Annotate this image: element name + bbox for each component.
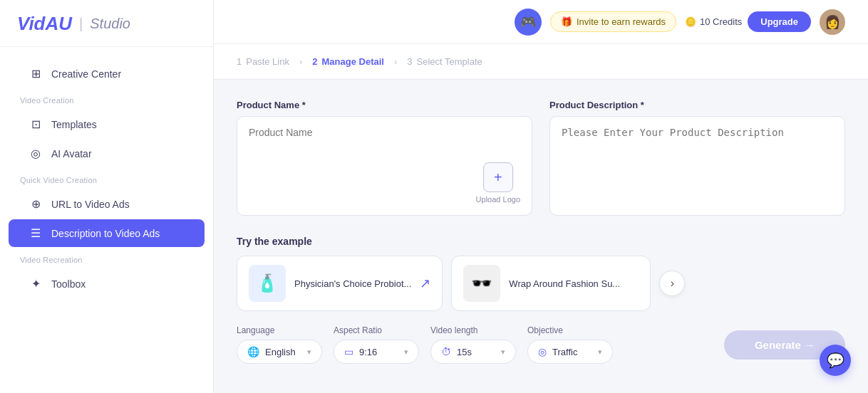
step2-number: 2 (312, 56, 317, 67)
toolbox-icon: ✦ (29, 277, 43, 290)
example-card-text-fashion: Wrap Around Fashion Su... (509, 278, 639, 289)
product-name-input[interactable] (237, 117, 532, 148)
chat-bubble-button[interactable]: 💬 (820, 345, 851, 376)
product-desc-group: Product Description * (549, 100, 845, 219)
credits-coin-icon: 🪙 (685, 16, 696, 27)
aspect-ratio-icon: ▭ (344, 346, 353, 357)
example-card-probiotic[interactable]: 🧴 Physician's Choice Probiot... ↗ (237, 256, 443, 311)
example-card-img-fashion: 🕶️ (463, 265, 500, 302)
objective-label: Objective (527, 325, 613, 335)
step-arrow-2: › (394, 56, 397, 67)
objective-icon: ◎ (538, 346, 547, 357)
chat-icon: 💬 (827, 352, 844, 369)
credits-area: 🪙 10 Credits Upgrade (685, 11, 811, 32)
step-arrow-1: › (299, 56, 302, 67)
templates-icon: ⊡ (29, 117, 43, 131)
product-name-label: Product Name * (237, 100, 532, 110)
objective-chevron: ▾ (598, 347, 602, 357)
rewards-label: Invite to earn rewards (577, 16, 666, 27)
content-area: Product Name * + Upload Logo Product Des… (214, 80, 868, 393)
example-next-button[interactable]: › (659, 271, 685, 296)
sidebar-item-templates[interactable]: ⊡ Templates (9, 110, 205, 138)
video-length-value: 15s (457, 347, 472, 357)
sidebar-item-ai-avatar[interactable]: ◎ AI Avatar (9, 140, 205, 167)
upload-logo-button[interactable]: + Upload Logo (476, 162, 520, 204)
studio-text: Studio (90, 16, 130, 32)
step3-number: 3 (407, 56, 412, 67)
product-desc-label: Product Description * (549, 100, 845, 110)
example-card-img-probiotic: 🧴 (249, 265, 286, 302)
step-manage-detail[interactable]: 2 Manage Detail (312, 56, 384, 67)
aspect-ratio-group: Aspect Ratio ▭ 9:16 ▾ (334, 325, 419, 364)
step1-number: 1 (237, 56, 242, 67)
product-name-box: + Upload Logo (237, 116, 532, 216)
discord-button[interactable]: 🎮 (515, 9, 542, 36)
aspect-ratio-select[interactable]: ▭ 9:16 ▾ (334, 340, 419, 364)
sidebar: VidAU | Studio ⊞ Creative Center Video C… (0, 0, 214, 393)
language-label: Language (237, 325, 322, 335)
step2-label: Manage Detail (322, 56, 384, 67)
sidebar-item-label: Creative Center (51, 68, 121, 80)
example-section: Try the example 🧴 Physician's Choice Pro… (237, 236, 845, 311)
video-length-chevron: ▾ (501, 347, 505, 357)
language-select[interactable]: 🌐 English ▾ (237, 340, 322, 364)
video-length-select[interactable]: ⏱ 15s ▾ (430, 340, 516, 364)
logo-area: VidAU | Studio (0, 0, 213, 47)
step3-label: Select Template (417, 56, 482, 67)
video-length-group: Video length ⏱ 15s ▾ (430, 325, 516, 364)
link-icon: ⊕ (29, 197, 43, 211)
example-card-fashion[interactable]: 🕶️ Wrap Around Fashion Su... (451, 256, 651, 311)
desc-icon: ☰ (29, 226, 43, 240)
upload-logo-label: Upload Logo (476, 195, 520, 204)
example-cards: 🧴 Physician's Choice Probiot... ↗ 🕶️ Wra… (237, 256, 845, 311)
controls-row: Language 🌐 English ▾ Aspect Ratio ▭ 9:16… (237, 325, 845, 364)
rewards-icon: 🎁 (561, 16, 572, 27)
grid-icon: ⊞ (29, 67, 43, 80)
avatar-emoji: 👩 (825, 14, 840, 30)
sidebar-item-label: Toolbox (51, 278, 86, 290)
section-label-video-recreation: Video Recreation (0, 248, 213, 268)
discord-icon: 🎮 (520, 14, 536, 30)
sidebar-item-desc-video[interactable]: ☰ Description to Video Ads (9, 219, 205, 247)
upload-icon: + (483, 162, 513, 192)
objective-select[interactable]: ◎ Traffic ▾ (527, 340, 613, 364)
stepper: 1 Paste Link › 2 Manage Detail › 3 Selec… (214, 44, 868, 80)
form-grid: Product Name * + Upload Logo Product Des… (237, 100, 845, 219)
sidebar-item-label: URL to Video Ads (51, 199, 130, 210)
section-label-quick-video: Quick Video Creation (0, 169, 213, 189)
header-right: 🎮 🎁 Invite to earn rewards 🪙 10 Credits … (515, 9, 845, 36)
avatar[interactable]: 👩 (820, 9, 845, 35)
language-icon: 🌐 (247, 346, 259, 357)
example-title: Try the example (237, 236, 845, 247)
language-chevron: ▾ (307, 347, 311, 357)
product-desc-textarea[interactable] (549, 116, 845, 216)
header: 🎮 🎁 Invite to earn rewards 🪙 10 Credits … (214, 0, 868, 44)
language-value: English (265, 347, 296, 357)
step-select-template[interactable]: 3 Select Template (407, 56, 482, 67)
sidebar-item-url-video[interactable]: ⊕ URL to Video Ads (9, 190, 205, 218)
example-card-text-probiotic: Physician's Choice Probiot... (294, 278, 411, 289)
product-name-group: Product Name * + Upload Logo (237, 100, 532, 219)
sidebar-item-toolbox[interactable]: ✦ Toolbox (9, 270, 205, 298)
sidebar-item-label: AI Avatar (51, 148, 92, 159)
aspect-ratio-chevron: ▾ (404, 347, 408, 357)
sidebar-item-creative-center[interactable]: ⊞ Creative Center (9, 60, 205, 88)
logo-divider: | (79, 16, 83, 32)
main-area: 🎮 🎁 Invite to earn rewards 🪙 10 Credits … (214, 0, 868, 393)
upgrade-button[interactable]: Upgrade (748, 11, 811, 32)
avatar-icon: ◎ (29, 147, 43, 160)
sidebar-item-label: Description to Video Ads (51, 228, 160, 239)
rewards-button[interactable]: 🎁 Invite to earn rewards (550, 11, 676, 32)
video-length-icon: ⏱ (441, 346, 451, 357)
aspect-ratio-label: Aspect Ratio (334, 325, 419, 335)
aspect-ratio-value: 9:16 (359, 347, 377, 357)
example-card-arrow-probiotic[interactable]: ↗ (420, 276, 430, 291)
step1-label: Paste Link (246, 56, 289, 67)
logo-text: VidAU (17, 13, 72, 35)
sidebar-item-label: Templates (51, 119, 97, 130)
sidebar-nav: ⊞ Creative Center Video Creation ⊡ Templ… (0, 47, 213, 393)
language-group: Language 🌐 English ▾ (237, 325, 322, 364)
section-label-video-creation: Video Creation (0, 89, 213, 109)
credits-text: 🪙 10 Credits (685, 16, 742, 27)
step-paste-link[interactable]: 1 Paste Link (237, 56, 289, 67)
